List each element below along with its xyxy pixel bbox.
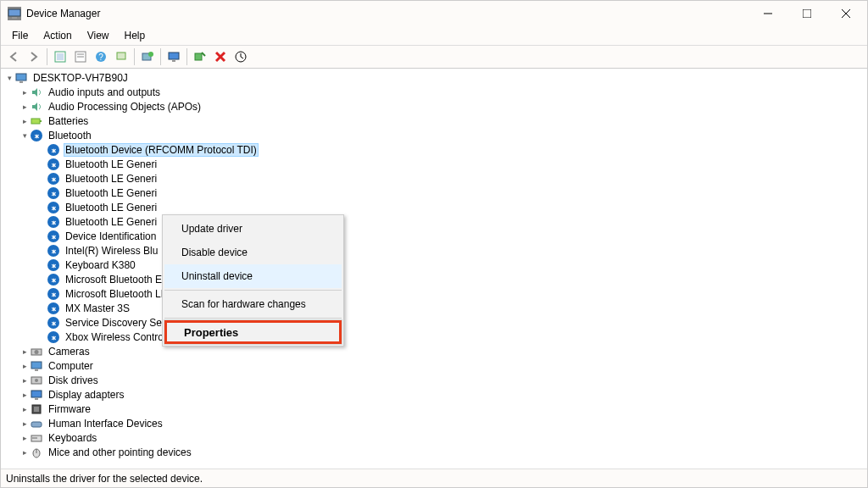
category-cameras[interactable]: ▸Cameras (1, 344, 867, 358)
minimize-button[interactable] (748, 1, 787, 26)
expander-icon[interactable]: ▸ (19, 431, 30, 445)
category-human-interface-devices[interactable]: ▸Human Interface Devices (1, 416, 867, 430)
device-item[interactable]: ⁎Bluetooth LE Generi (1, 157, 867, 171)
menu-action[interactable]: Action (36, 28, 79, 43)
device-item[interactable]: ⁎MX Master 3S (1, 301, 867, 315)
context-menu-update-driver[interactable]: Update driver (164, 217, 342, 241)
update-icon[interactable] (231, 47, 250, 66)
device-item[interactable]: ⁎Bluetooth LE Generi (1, 200, 867, 214)
category-label: Batteries (47, 115, 90, 127)
bt-icon: ⁎ (47, 215, 60, 229)
expander-icon[interactable]: ▸ (19, 446, 30, 459)
bt-icon: ⁎ (47, 172, 60, 186)
svg-rect-28 (31, 362, 42, 369)
device-item[interactable]: ⁎Keyboard K380 (1, 258, 867, 272)
context-menu-scan-for-hardware-changes[interactable]: Scan for hardware changes (164, 292, 342, 316)
expander-icon[interactable]: ▸ (19, 86, 30, 99)
device-item[interactable]: ⁎Microsoft Bluetooth LE Enumerator (1, 286, 867, 301)
category-computer[interactable]: ▸Computer (1, 358, 867, 373)
device-item[interactable]: ⁎Microsoft Bluetooth Enumerator (1, 272, 867, 286)
context-menu-separator (164, 290, 342, 291)
hid-icon (30, 417, 43, 430)
tree-root[interactable]: ▾DESKTOP-VH7B90J (1, 70, 867, 85)
context-menu-properties[interactable]: Properties (164, 320, 342, 344)
svg-rect-1 (12, 17, 17, 19)
maximize-button[interactable] (787, 1, 826, 26)
svg-rect-25 (40, 120, 42, 122)
expander-icon[interactable]: ▸ (19, 114, 30, 128)
expander-icon[interactable]: ▸ (19, 417, 30, 430)
device-label: Bluetooth LE Generi (64, 187, 159, 199)
device-item[interactable]: ⁎Bluetooth Device (RFCOMM Protocol TDI) (1, 142, 867, 157)
add-device-icon[interactable] (138, 47, 157, 66)
category-audio-inputs-and-outputs[interactable]: ▸Audio inputs and outputs (1, 85, 867, 99)
menu-file[interactable]: File (4, 28, 36, 43)
device-item[interactable]: ⁎Bluetooth LE Generi (1, 171, 867, 186)
bt-icon: ⁎ (47, 158, 60, 171)
category-label: Cameras (47, 346, 92, 358)
category-firmware[interactable]: ▸Firmware (1, 402, 867, 416)
device-label: Bluetooth LE Generi (64, 216, 159, 228)
category-bluetooth[interactable]: ▾⁎Bluetooth (1, 128, 867, 142)
toolbar-separator (160, 48, 161, 65)
device-item[interactable]: ⁎Bluetooth LE Generi (1, 214, 867, 229)
expander-icon[interactable]: ▾ (19, 129, 30, 142)
close-button[interactable] (826, 1, 865, 26)
keyboard-icon (30, 431, 43, 445)
expander-icon[interactable]: ▸ (19, 388, 30, 402)
show-hidden-icon[interactable] (51, 47, 70, 66)
svg-rect-29 (35, 369, 38, 371)
properties-icon[interactable] (71, 47, 90, 66)
status-text: Uninstalls the driver for the selected d… (6, 473, 203, 485)
svg-rect-32 (31, 391, 42, 397)
device-label: Bluetooth Device (RFCOMM Protocol TDI) (64, 143, 259, 157)
computer-icon (14, 71, 28, 85)
device-item[interactable]: ⁎Service Discovery Service (1, 315, 867, 330)
help-icon[interactable]: ? (92, 47, 110, 66)
category-mice-and-other-pointing-devices[interactable]: ▸Mice and other pointing devices (1, 445, 867, 459)
bt-icon: ⁎ (47, 258, 60, 272)
menu-help[interactable]: Help (117, 28, 153, 43)
device-item[interactable]: ⁎Intel(R) Wireless Blu (1, 243, 867, 258)
device-item[interactable]: ⁎Bluetooth LE Generi (1, 186, 867, 200)
device-item[interactable]: ⁎Device Identification (1, 229, 867, 243)
category-disk-drives[interactable]: ▸Disk drives (1, 373, 867, 387)
computer-icon (30, 359, 43, 373)
expander-icon[interactable]: ▸ (19, 402, 30, 416)
device-label: Bluetooth LE Generi (64, 173, 159, 185)
category-audio-processing-objects-apos-[interactable]: ▸Audio Processing Objects (APOs) (1, 99, 867, 114)
battery-icon (30, 114, 43, 128)
context-menu-uninstall-device[interactable]: Uninstall device (164, 264, 342, 288)
svg-rect-7 (57, 53, 64, 60)
category-batteries[interactable]: ▸Batteries (1, 114, 867, 128)
svg-rect-33 (35, 398, 38, 400)
app-icon (8, 7, 21, 20)
context-menu-disable-device[interactable]: Disable device (164, 241, 342, 264)
toolbar: ? (1, 45, 867, 69)
uninstall-icon[interactable] (211, 47, 230, 66)
device-item[interactable]: ⁎Xbox Wireless Controller (1, 330, 867, 344)
category-display-adapters[interactable]: ▸Display adapters (1, 387, 867, 402)
svg-rect-22 (16, 74, 26, 80)
expander-icon[interactable]: ▸ (19, 100, 30, 114)
category-label: Firmware (47, 403, 92, 415)
expander-icon[interactable]: ▸ (19, 345, 30, 358)
bt-icon: ⁎ (47, 273, 60, 286)
forward-icon[interactable] (25, 47, 43, 66)
category-label: Audio inputs and outputs (47, 86, 162, 98)
expander-icon[interactable]: ▾ (4, 71, 14, 85)
scan-icon[interactable] (191, 47, 209, 66)
device-manager-window: Device Manager File Action View Help ? ▾… (0, 0, 868, 488)
expander-icon[interactable]: ▸ (19, 374, 30, 387)
device-label: Intel(R) Wireless Blu (64, 245, 159, 257)
device-tree[interactable]: ▾DESKTOP-VH7B90J▸Audio inputs and output… (1, 69, 867, 469)
monitor-icon[interactable] (164, 47, 183, 66)
statusbar: Uninstalls the driver for the selected d… (1, 469, 867, 487)
menu-view[interactable]: View (80, 28, 117, 43)
expander-icon[interactable]: ▸ (19, 359, 30, 373)
camera-icon (30, 345, 43, 358)
back-icon[interactable] (4, 47, 23, 66)
category-keyboards[interactable]: ▸Keyboards (1, 430, 867, 445)
toolbar-separator (134, 48, 135, 65)
devices-icon[interactable] (112, 47, 131, 66)
